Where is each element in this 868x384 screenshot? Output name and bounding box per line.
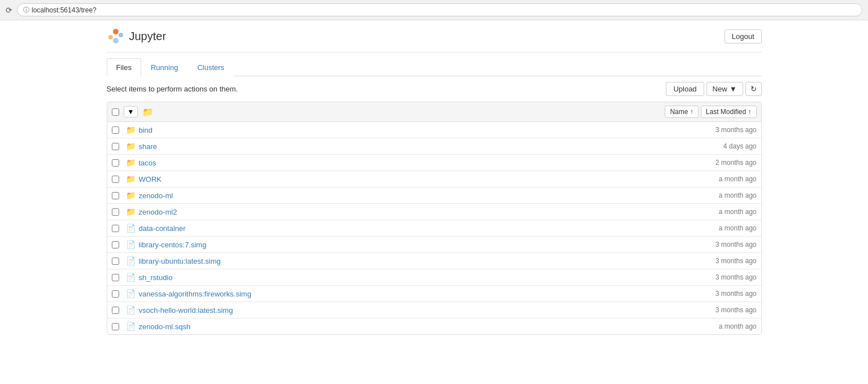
new-dropdown-icon: ▼ xyxy=(730,85,737,93)
row-checkbox[interactable] xyxy=(112,307,119,314)
file-icon: 📄 xyxy=(126,256,136,265)
header-folder-icon: 📁 xyxy=(142,107,154,117)
file-date: 3 months ago xyxy=(716,273,757,281)
sort-last-modified-button[interactable]: Last Modified ↑ xyxy=(701,106,757,118)
file-name-link[interactable]: zenodo-ml xyxy=(139,191,719,200)
sort-name-button[interactable]: Name ↑ xyxy=(665,106,698,118)
app-title: Jupyter xyxy=(129,30,167,43)
file-name-link[interactable]: library-ubuntu:latest.simg xyxy=(139,257,716,265)
header-sort-actions: Name ↑ Last Modified ↑ xyxy=(665,106,756,118)
file-name-link[interactable]: zenodo-ml.sqsh xyxy=(139,322,719,331)
table-row: 📄 library-ubuntu:latest.simg 3 months ag… xyxy=(107,253,761,269)
header-left: Jupyter xyxy=(107,27,167,45)
file-date: a month ago xyxy=(719,322,757,330)
table-row: 📁 tacos 2 months ago xyxy=(107,155,761,171)
reload-icon[interactable]: ⟳ xyxy=(6,6,12,15)
table-row: 📁 WORK a month ago xyxy=(107,171,761,187)
row-checkbox[interactable] xyxy=(112,176,119,183)
header: Jupyter Logout xyxy=(107,20,762,53)
row-checkbox[interactable] xyxy=(112,159,119,167)
table-row: 📁 bind 3 months ago xyxy=(107,122,761,138)
folder-icon: 📁 xyxy=(126,142,136,151)
table-row: 📄 data-container a month ago xyxy=(107,220,761,237)
file-date: 3 months ago xyxy=(716,306,757,314)
file-icon: 📄 xyxy=(126,240,136,249)
row-checkbox[interactable] xyxy=(112,192,119,199)
table-row: 📄 sh_rstudio 3 months ago xyxy=(107,269,761,286)
file-date: 2 months ago xyxy=(716,159,757,167)
file-name-link[interactable]: sh_rstudio xyxy=(139,273,716,282)
svg-point-2 xyxy=(108,35,113,40)
tab-bar: Files Running Clusters xyxy=(107,58,762,76)
svg-point-1 xyxy=(113,38,119,43)
folder-icon: 📁 xyxy=(126,191,136,200)
folder-icon: 📁 xyxy=(126,207,136,216)
browser-bar: ⟳ ⓘ localhost:56143/tree? xyxy=(0,0,868,20)
row-checkbox[interactable] xyxy=(112,274,119,281)
file-name-link[interactable]: vanessa-algorithms:fireworks.simg xyxy=(139,290,716,298)
folder-icon: 📁 xyxy=(126,174,136,184)
file-date: 3 months ago xyxy=(716,126,757,134)
table-row: 📄 zenodo-ml.sqsh a month ago xyxy=(107,318,761,334)
table-row: 📁 zenodo-ml2 a month ago xyxy=(107,204,761,220)
logout-button[interactable]: Logout xyxy=(725,29,762,43)
file-name-link[interactable]: WORK xyxy=(139,175,719,184)
file-icon: 📄 xyxy=(126,306,136,315)
file-name-link[interactable]: bind xyxy=(139,126,716,134)
file-name-link[interactable]: data-container xyxy=(139,224,719,233)
row-checkbox[interactable] xyxy=(112,143,119,150)
refresh-button[interactable]: ↻ xyxy=(745,82,762,96)
svg-point-0 xyxy=(113,29,119,34)
file-name-link[interactable]: share xyxy=(139,142,723,151)
info-icon: ⓘ xyxy=(23,6,29,14)
page: Jupyter Logout Files Running Clusters Se… xyxy=(95,20,773,335)
toolbar-actions: Upload New ▼ ↻ xyxy=(666,82,761,96)
row-checkbox[interactable] xyxy=(112,225,119,232)
row-checkbox[interactable] xyxy=(112,290,119,298)
file-icon: 📄 xyxy=(126,273,136,282)
file-name-link[interactable]: zenodo-ml2 xyxy=(139,208,719,216)
url-text: localhost:56143/tree? xyxy=(32,6,97,14)
toolbar: Select items to perform actions on them.… xyxy=(107,76,762,102)
row-checkbox[interactable] xyxy=(112,126,119,134)
row-checkbox[interactable] xyxy=(112,241,119,248)
table-row: 📁 share 4 days ago xyxy=(107,138,761,155)
upload-button[interactable]: Upload xyxy=(666,82,704,96)
select-all-checkbox[interactable] xyxy=(112,108,119,116)
toolbar-instruction: Select items to perform actions on them. xyxy=(107,85,238,93)
address-bar: ⓘ localhost:56143/tree? xyxy=(17,3,862,16)
table-row: 📁 zenodo-ml a month ago xyxy=(107,187,761,204)
file-icon: 📄 xyxy=(126,289,136,298)
table-row: 📄 library-centos:7.simg 3 months ago xyxy=(107,237,761,253)
file-date: 3 months ago xyxy=(716,290,757,298)
file-date: a month ago xyxy=(719,191,757,199)
row-checkbox[interactable] xyxy=(112,208,119,216)
row-checkbox[interactable] xyxy=(112,258,119,265)
new-button-label: New xyxy=(713,85,727,93)
tab-running[interactable]: Running xyxy=(141,58,187,76)
file-rows: 📁 bind 3 months ago 📁 share 4 days ago 📁… xyxy=(107,122,761,334)
file-date: 4 days ago xyxy=(723,142,757,150)
file-list-header: ▼ 📁 Name ↑ Last Modified ↑ xyxy=(107,102,761,122)
table-row: 📄 vsoch-hello-world:latest.simg 3 months… xyxy=(107,302,761,318)
file-date: 3 months ago xyxy=(716,241,757,248)
file-list-container: ▼ 📁 Name ↑ Last Modified ↑ 📁 bind 3 mont… xyxy=(107,102,762,335)
table-row: 📄 vanessa-algorithms:fireworks.simg 3 mo… xyxy=(107,286,761,302)
actions-dropdown-button[interactable]: ▼ xyxy=(124,106,138,117)
jupyter-logo xyxy=(107,27,125,45)
file-date: a month ago xyxy=(719,175,757,183)
svg-point-3 xyxy=(119,33,123,37)
tab-clusters[interactable]: Clusters xyxy=(187,58,234,76)
file-icon: 📄 xyxy=(126,224,136,233)
file-name-link[interactable]: library-centos:7.simg xyxy=(139,241,716,249)
file-name-link[interactable]: vsoch-hello-world:latest.simg xyxy=(139,306,716,315)
folder-icon: 📁 xyxy=(126,125,136,134)
file-date: 3 months ago xyxy=(716,257,757,265)
folder-icon: 📁 xyxy=(126,158,136,167)
file-icon: 📄 xyxy=(126,322,136,331)
file-name-link[interactable]: tacos xyxy=(139,159,716,167)
row-checkbox[interactable] xyxy=(112,323,119,330)
file-date: a month ago xyxy=(719,208,757,216)
new-button[interactable]: New ▼ xyxy=(706,82,743,96)
tab-files[interactable]: Files xyxy=(107,58,141,76)
